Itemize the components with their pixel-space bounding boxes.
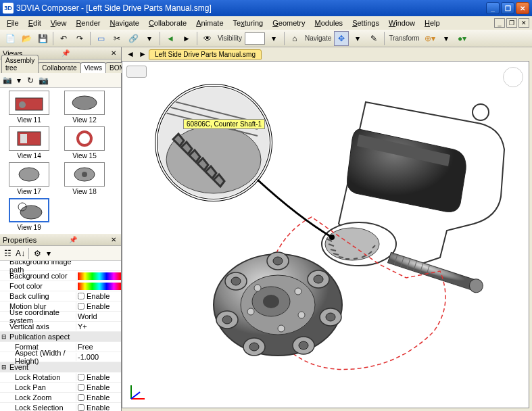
props-cat-button[interactable]: ☷ [1, 247, 14, 260]
edit-icon[interactable]: ✎ [366, 31, 381, 46]
minimize-button[interactable]: _ [486, 2, 500, 14]
back-button[interactable]: ◄ [163, 31, 178, 46]
pin-icon[interactable]: 📌 [59, 49, 72, 57]
menu-navigate[interactable]: Navigate [105, 18, 143, 28]
properties-close-button[interactable]: ✕ [109, 236, 118, 243]
menu-texturing[interactable]: Texturing [229, 18, 268, 28]
visibility-input[interactable] [245, 32, 265, 45]
transform-button[interactable]: ⊕▾ [422, 31, 437, 46]
property-row[interactable]: Lock SelectionEnable [0, 403, 121, 411]
undo-button[interactable]: ↶ [56, 31, 71, 46]
view-thumb[interactable]: View 18 [58, 162, 111, 195]
mdi-restore-button[interactable]: ❐ [506, 18, 517, 28]
menu-view[interactable]: View [47, 18, 71, 28]
props-dropdown[interactable]: ▾ [44, 247, 53, 260]
property-value[interactable] [76, 283, 121, 290]
property-key: Vertical axis [8, 322, 76, 331]
close-button[interactable]: ✕ [516, 2, 529, 14]
forward-button[interactable]: ► [179, 31, 194, 46]
tab-assembly-tree[interactable]: Assembly tree [1, 55, 39, 73]
property-value[interactable]: Free [76, 343, 121, 351]
menu-animate[interactable]: Animate [192, 18, 227, 28]
property-value[interactable]: -1.000 [76, 353, 121, 361]
menu-modules[interactable]: Modules [311, 18, 347, 28]
nav-dropdown[interactable]: ▾ [350, 31, 365, 46]
views-close-button[interactable]: ✕ [109, 49, 118, 57]
mdi-close-button[interactable]: ✕ [518, 18, 529, 28]
views-delete-button[interactable]: 📷 [37, 74, 49, 87]
property-row[interactable]: Lock RotationEnable [0, 372, 121, 383]
view-thumb[interactable]: View 14 [3, 126, 55, 160]
tool-button[interactable]: ▾ [142, 31, 157, 46]
link-button[interactable]: 🔗 [126, 31, 141, 46]
property-row[interactable]: Back cullingEnable [0, 291, 121, 301]
visibility-dropdown[interactable]: ▾ [266, 31, 281, 46]
menu-window[interactable]: Window [385, 18, 419, 28]
property-value[interactable]: Enable [76, 302, 121, 310]
property-row[interactable]: Aspect (Width / Height)-1.000 [0, 352, 121, 362]
property-key: Background color [8, 272, 76, 280]
property-row[interactable]: Background color [0, 271, 121, 281]
property-row[interactable]: Lock ZoomEnable [0, 393, 121, 403]
property-value[interactable]: Enable [76, 292, 121, 300]
property-row[interactable]: Vertical axisY+ [0, 322, 121, 332]
menu-geometry[interactable]: Geometry [268, 18, 309, 28]
menu-file[interactable]: File [3, 18, 23, 28]
transform-button-2[interactable]: ▾ [439, 31, 454, 46]
move-button[interactable]: ✥ [334, 31, 349, 46]
mdi-minimize-button[interactable]: _ [494, 18, 505, 28]
pin-icon[interactable]: 📌 [67, 236, 79, 243]
save-button[interactable]: 💾 [35, 31, 50, 46]
property-value[interactable]: World [76, 312, 121, 320]
property-value[interactable] [76, 272, 121, 280]
menu-render[interactable]: Render [72, 18, 104, 28]
maximize-button[interactable]: ❐ [501, 2, 514, 14]
view-thumb[interactable]: View 15 [58, 126, 111, 160]
property-value[interactable]: Enable [76, 373, 121, 381]
views-refresh-button[interactable]: ↻ [24, 74, 37, 87]
property-row[interactable]: Use coordinate systemWorld [0, 312, 121, 322]
views-dropdown[interactable]: ▾ [14, 74, 24, 87]
property-group[interactable]: ⊟Publication aspect [0, 332, 121, 342]
props-filter-button[interactable]: ⚙ [31, 247, 43, 260]
property-row[interactable]: Lock PanEnable [0, 383, 121, 393]
menu-help[interactable]: Help [420, 18, 444, 28]
property-key: Foot color [8, 282, 76, 290]
select-button[interactable]: ▭ [93, 31, 108, 46]
redo-button[interactable]: ↷ [72, 31, 87, 46]
property-row[interactable]: Foot color [0, 281, 121, 291]
cut-button[interactable]: ✂ [110, 31, 124, 46]
props-az-button[interactable]: A↓ [14, 247, 26, 260]
property-value[interactable]: Enable [76, 383, 121, 391]
callout-label[interactable]: 60806C, Counter Shaft-1 [183, 119, 265, 129]
doc-forward-button[interactable]: ► [137, 49, 149, 59]
property-value[interactable]: Enable [76, 404, 121, 411]
tab-views[interactable]: Views [80, 62, 107, 73]
eye-icon[interactable]: 👁 [200, 31, 215, 46]
property-group[interactable]: ⊟Event [0, 362, 121, 372]
tab-collaborate[interactable]: Collaborate [38, 62, 80, 73]
property-row[interactable]: Background image path [0, 261, 121, 271]
views-add-button[interactable]: 📷 [1, 74, 14, 87]
compass-icon[interactable] [503, 67, 523, 87]
3d-viewport[interactable]: 60806C, Counter Shaft-1 [122, 61, 529, 408]
render-mode-icon[interactable] [126, 66, 147, 78]
new-button[interactable]: 📄 [3, 31, 18, 46]
view-thumb[interactable]: View 11 [3, 91, 55, 124]
menu-settings[interactable]: Settings [348, 18, 383, 28]
doc-back-button[interactable]: ◄ [124, 49, 137, 59]
view-thumb[interactable]: View 19 [3, 198, 55, 231]
menu-edit[interactable]: Edit [24, 18, 45, 28]
svg-point-47 [249, 343, 259, 351]
view-thumb[interactable]: View 17 [3, 162, 55, 195]
view-thumb[interactable]: View 12 [58, 91, 111, 124]
open-button[interactable]: 📂 [19, 31, 34, 46]
color-button[interactable]: ●▾ [455, 31, 470, 46]
property-value[interactable]: Enable [76, 393, 121, 402]
title-bar: 3D 3DVIA Composer - [Left Side Drive Par… [0, 0, 532, 16]
property-value[interactable]: Y+ [76, 322, 121, 331]
menu-collaborate[interactable]: Collaborate [145, 18, 191, 28]
axis-triad[interactable] [128, 382, 148, 402]
home-icon[interactable]: ⌂ [287, 31, 302, 46]
document-tab[interactable]: Left Side Drive Parts Manual.smg [149, 49, 262, 59]
